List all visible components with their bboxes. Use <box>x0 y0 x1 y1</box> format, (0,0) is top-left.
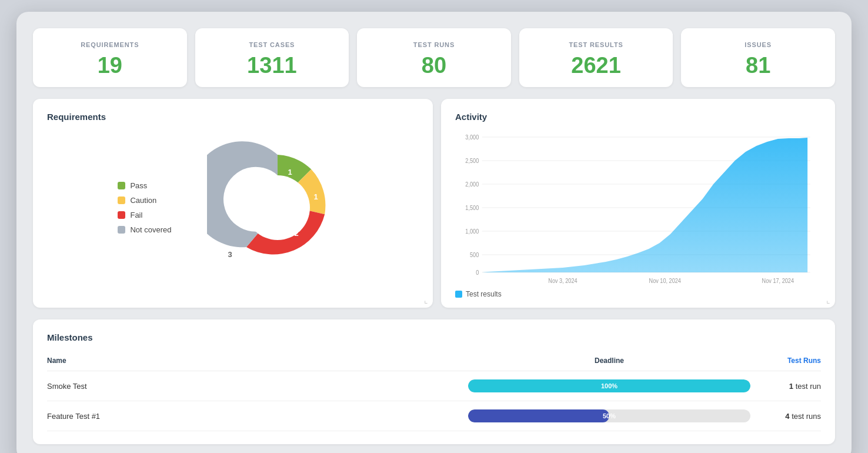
stat-card-test-cases[interactable]: TEST CASES 1311 <box>195 28 349 87</box>
table-row: Feature Test #1 50% 4 test runs <box>47 401 821 431</box>
svg-text:2: 2 <box>294 229 298 238</box>
progress-bar-fill-0 <box>468 379 750 392</box>
activity-title: Activity <box>455 112 821 122</box>
svg-text:Nov 17, 2024: Nov 17, 2024 <box>762 278 794 284</box>
stat-card-issues[interactable]: ISSUES 81 <box>681 28 835 87</box>
legend-dot-pass <box>118 182 125 189</box>
legend-item-not-covered: Not covered <box>118 225 171 234</box>
stat-card-test-runs[interactable]: TEST RUNS 80 <box>357 28 511 87</box>
app-container: REQUIREMENTS 19 TEST CASES 1311 TEST RUN… <box>16 12 852 453</box>
stat-value-test-results: 2621 <box>571 54 621 76</box>
svg-text:2,000: 2,000 <box>465 181 479 188</box>
table-row: Smoke Test 100% 1 test run <box>47 371 821 401</box>
legend-item-caution: Caution <box>118 196 171 205</box>
legend-label-caution: Caution <box>130 196 156 205</box>
requirements-panel: Requirements Pass Caution Fail Not cover… <box>33 99 433 308</box>
stat-label-test-cases: TEST CASES <box>249 41 295 48</box>
stat-value-test-cases: 1311 <box>247 54 297 76</box>
stat-value-issues: 81 <box>746 54 770 76</box>
stat-cards: REQUIREMENTS 19 TEST CASES 1311 TEST RUN… <box>33 28 835 87</box>
stat-label-test-results: TEST RESULTS <box>569 41 623 48</box>
stat-value-test-runs: 80 <box>422 54 446 76</box>
chart-legend: Test results <box>455 290 821 298</box>
legend-dot-not-covered <box>118 226 125 234</box>
svg-text:3,000: 3,000 <box>465 134 479 141</box>
milestone-testruns-1: 4 test runs <box>750 401 821 431</box>
svg-text:1: 1 <box>288 168 292 176</box>
svg-text:1,000: 1,000 <box>465 228 479 235</box>
milestone-deadline-1: 50% <box>468 401 750 431</box>
legend-item-pass: Pass <box>118 181 171 190</box>
milestones-table: Name Deadline Test Runs Smoke Test 100% … <box>47 352 821 431</box>
stat-value-requirements: 19 <box>98 54 122 76</box>
activity-chart: 3,000 2,500 2,000 1,500 1,000 500 0 <box>455 131 821 284</box>
requirements-content: Pass Caution Fail Not covered <box>47 131 419 290</box>
milestone-name-1: Feature Test #1 <box>47 401 468 431</box>
svg-text:Nov 3, 2024: Nov 3, 2024 <box>548 278 577 284</box>
svg-text:1: 1 <box>313 192 318 201</box>
milestone-deadline-0: 100% <box>468 371 750 401</box>
stat-label-requirements: REQUIREMENTS <box>81 41 139 48</box>
legend-dot-fail <box>118 211 125 219</box>
stat-card-test-results[interactable]: TEST RESULTS 2621 <box>519 28 673 87</box>
donut-chart: 1 1 2 3 3 <box>207 137 348 278</box>
activity-panel: Activity 3,000 2,500 2,000 <box>441 99 835 308</box>
legend-dot-caution <box>118 196 125 204</box>
col-testruns: Test Runs <box>750 352 821 371</box>
requirements-title: Requirements <box>47 112 419 122</box>
svg-point-0 <box>245 175 310 240</box>
legend-label: Test results <box>466 290 502 298</box>
resize-handle[interactable]: ⌞ <box>424 296 428 304</box>
legend-label-pass: Pass <box>130 181 147 190</box>
stat-label-test-runs: TEST RUNS <box>413 41 455 48</box>
milestones-title: Milestones <box>47 332 821 342</box>
stat-card-requirements[interactable]: REQUIREMENTS 19 <box>33 28 187 87</box>
svg-text:2,500: 2,500 <box>465 158 479 164</box>
legend-dot <box>455 291 462 298</box>
legend-label-not-covered: Not covered <box>130 225 171 234</box>
middle-row: Requirements Pass Caution Fail Not cover… <box>33 99 835 308</box>
col-deadline: Deadline <box>468 352 750 371</box>
legend-item-fail: Fail <box>118 211 171 219</box>
svg-text:500: 500 <box>470 252 479 258</box>
progress-bar-fill-1 <box>468 409 609 422</box>
svg-text:0: 0 <box>476 269 479 276</box>
milestones-panel: Milestones Name Deadline Test Runs Smoke… <box>33 319 835 444</box>
progress-bar-wrap-0: 100% <box>468 379 750 392</box>
milestone-name-0: Smoke Test <box>47 371 468 401</box>
svg-text:1,500: 1,500 <box>465 205 479 211</box>
progress-bar-wrap-1: 50% <box>468 409 750 422</box>
activity-resize-handle[interactable]: ⌞ <box>826 296 830 304</box>
col-name: Name <box>47 352 468 371</box>
milestone-testruns-0: 1 test run <box>750 371 821 401</box>
svg-text:Nov 10, 2024: Nov 10, 2024 <box>649 278 682 284</box>
stat-label-issues: ISSUES <box>745 41 772 48</box>
legend-label-fail: Fail <box>130 211 142 219</box>
requirements-legend: Pass Caution Fail Not covered <box>118 181 171 234</box>
